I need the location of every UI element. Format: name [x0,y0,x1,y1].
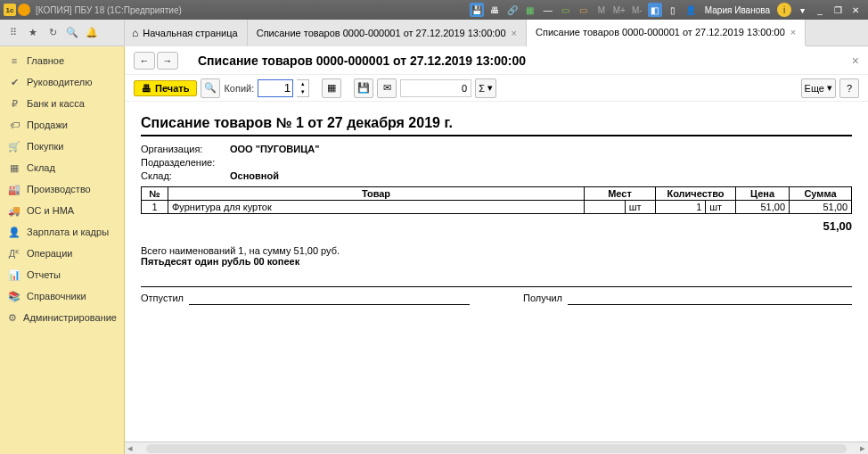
link-icon[interactable]: 🔗 [505,3,520,17]
sidebar-item-manager[interactable]: ✔Руководителю [0,71,124,93]
minus-icon[interactable]: — [541,3,555,17]
dk-icon: Дᴷ [7,248,21,260]
window-icon[interactable]: ◧ [648,3,662,17]
col-num: № [142,187,168,201]
sidebar: ≡Главное ✔Руководителю ₽Банк и касса 🏷Пр… [0,46,125,454]
help-button[interactable]: ? [839,78,859,98]
sidebar-item-admin[interactable]: ⚙Администрирование [0,307,124,328]
chart-icon: 📊 [7,269,21,281]
menu-icon: ≡ [7,55,21,66]
search-icon[interactable]: 🔍 [62,23,82,43]
nav-back-button[interactable]: ← [134,52,155,70]
document-title: Списание товаров № 1 от 27 декабря 2019 … [141,115,852,136]
horizontal-scrollbar[interactable]: ◂ ▸ [125,442,868,454]
tab-home[interactable]: ⌂ Начальная страница [125,20,248,46]
sidebar-item-assets[interactable]: 🚚ОС и НМА [0,200,124,221]
sidebar-item-reports[interactable]: 📊Отчеты [0,264,124,285]
books-icon: 📚 [7,291,21,302]
dropdown-icon[interactable]: ▾ [795,3,809,17]
star-icon[interactable]: ★ [23,23,43,43]
scroll-right-icon[interactable]: ▸ [857,442,868,454]
layout-button[interactable]: ▦ [322,78,341,98]
calc-icon[interactable]: ▦ [523,3,537,17]
close-icon[interactable]: × [512,28,517,38]
cell-sum: 51,00 [790,201,852,214]
chevron-up-icon[interactable]: ▲ [297,80,308,88]
home-icon: ⌂ [132,27,138,39]
sidebar-item-bank[interactable]: ₽Банк и касса [0,93,124,114]
more-button[interactable]: Еще ▾ [801,78,836,98]
sidebar-item-payroll[interactable]: 👤Зарплата и кадры [0,221,124,243]
nav-forward-button[interactable]: → [157,52,178,70]
sidebar-item-directories[interactable]: 📚Справочники [0,285,124,307]
calendar-icon[interactable]: ▭ [559,3,573,17]
m-icon[interactable]: M [594,3,609,17]
cell-num: 1 [142,201,168,214]
close-icon[interactable]: × [790,27,796,37]
maximize-icon[interactable]: ❐ [831,3,845,17]
close-window-icon[interactable]: ✕ [848,3,863,17]
col-price: Цена [736,187,790,201]
goods-table: № Товар Мест Количество Цена Сумма 1 Фур… [141,186,852,214]
scroll-track[interactable] [146,444,847,453]
user-icon: 👤 [684,3,698,17]
received-line [568,293,852,305]
scroll-left-icon[interactable]: ◂ [125,442,135,454]
content-area: ← → Списание товаров 0000-000001 от 27.1… [125,46,868,454]
cart-icon: 🛒 [7,141,21,153]
tab-doc-1[interactable]: Списание товаров 0000-000001 от 27.12.20… [248,20,527,46]
summary-block: Всего наименований 1, на сумму 51,00 руб… [141,245,852,267]
truck-icon: 🚚 [7,205,21,217]
col-places: Мест [585,187,656,201]
print-titlebar-icon[interactable]: 🖶 [487,3,502,17]
window-title: [КОПИЯ] ПБУ 18 (1С:Предприятие) [36,5,182,15]
top-bar: ⠿ ★ ↻ 🔍 🔔 ⌂ Начальная страница Списание … [0,20,868,46]
preview-button[interactable]: 🔍 [201,78,220,98]
minimize-icon[interactable]: _ [813,3,827,17]
sidebar-item-label: Зарплата и кадры [27,227,109,237]
close-page-icon[interactable]: × [852,54,859,68]
sidebar-item-operations[interactable]: ДᴷОперации [0,243,124,264]
sidebar-item-sales[interactable]: 🏷Продажи [0,114,124,136]
save-file-button[interactable]: 💾 [354,78,373,98]
sidebar-item-production[interactable]: 🏭Производство [0,178,124,200]
person-icon: 👤 [7,227,21,238]
sidebar-item-purchases[interactable]: 🛒Покупки [0,136,124,157]
bell-icon[interactable]: 🔔 [82,23,102,43]
page-title: Списание товаров 0000-000001 от 27.12.20… [198,54,526,68]
window-titlebar: 1c [КОПИЯ] ПБУ 18 (1С:Предприятие) 💾 🖶 🔗… [0,0,868,20]
tab-strip: ⌂ Начальная страница Списание товаров 00… [125,20,868,45]
save-icon[interactable]: 💾 [470,3,484,17]
grid-icon: ▦ [7,162,21,174]
chevron-down-icon[interactable]: ▼ [297,88,308,96]
sidebar-item-label: Склад [27,162,55,173]
sum-display: 0 [400,79,471,97]
sidebar-item-label: Отчеты [27,269,61,280]
wh-label: Склад: [141,170,230,181]
sidebar-item-label: Главное [27,55,64,66]
clock-icon[interactable]: ▭ [577,3,591,17]
panel-icon[interactable]: ▯ [666,3,680,17]
quick-tools: ⠿ ★ ↻ 🔍 🔔 [0,20,125,45]
sidebar-item-label: Продажи [27,120,68,130]
signature-row: Отпустил Получил [141,286,852,305]
sidebar-item-warehouse[interactable]: ▦Склад [0,157,124,178]
tab-doc-2[interactable]: Списание товаров 0000-000001 от 27.12.20… [527,20,806,46]
factory-icon: 🏭 [7,184,21,195]
sidebar-item-main[interactable]: ≡Главное [0,50,124,71]
sidebar-item-label: Операции [27,248,72,259]
copies-input[interactable] [258,79,293,97]
print-button[interactable]: 🖶 Печать [134,80,197,96]
col-product: Товар [168,187,585,201]
copies-stepper[interactable]: ▲▼ [297,79,309,97]
user-name[interactable]: Мария Иванова [705,5,770,15]
sidebar-item-label: Руководителю [27,77,92,87]
sigma-button[interactable]: Σ ▾ [475,78,496,98]
apps-icon[interactable]: ⠿ [4,23,23,43]
history-icon[interactable]: ↻ [43,23,62,43]
m2-icon[interactable]: M+ [612,3,626,17]
email-button[interactable]: ✉ [377,78,397,98]
info-icon[interactable]: i [777,3,791,17]
summary-count: Всего наименований 1, на сумму 51,00 руб… [141,245,852,256]
m3-icon[interactable]: M- [630,3,644,17]
